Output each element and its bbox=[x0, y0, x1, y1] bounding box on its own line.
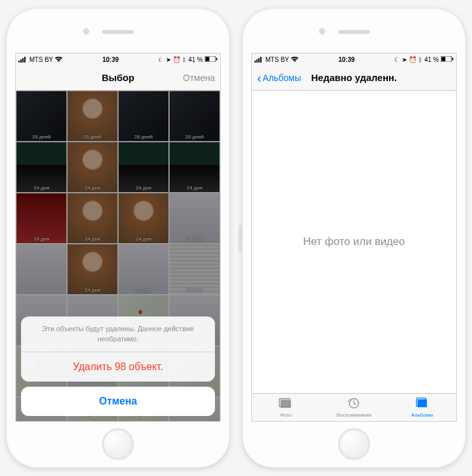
svg-rect-5 bbox=[205, 57, 209, 61]
bluetooth-icon: ᛒ bbox=[182, 56, 186, 63]
tab-memories[interactable]: Воспоминания bbox=[320, 394, 388, 421]
status-time: 10:39 bbox=[63, 56, 158, 63]
phone-right: MTS BY 10:39 ☾ ➤ ⏰ ᛒ 41 % ‹ Альбомы bbox=[242, 8, 466, 468]
memories-icon bbox=[347, 397, 361, 411]
location-icon: ➤ bbox=[402, 56, 407, 63]
tab-bar: Фото Воспоминания Альбомы bbox=[252, 393, 456, 421]
nav-bar: Выбор Отмена bbox=[16, 65, 220, 91]
tab-photos[interactable]: Фото bbox=[252, 394, 320, 421]
tab-albums[interactable]: Альбомы bbox=[388, 394, 456, 421]
svg-rect-2 bbox=[22, 58, 24, 63]
action-sheet-message: Эти объекты будут удалены. Данное действ… bbox=[21, 316, 215, 352]
svg-rect-10 bbox=[260, 57, 262, 63]
signal-icon bbox=[18, 57, 27, 63]
screen-left: MTS BY 10:39 ☾ ➤ ⏰ ᛒ 41 % Выбор Отмена bbox=[15, 53, 221, 422]
tab-label: Воспоминания bbox=[337, 412, 372, 418]
empty-state: Нет фото или видео bbox=[252, 91, 456, 393]
wifi-icon bbox=[55, 57, 63, 63]
back-label: Альбомы bbox=[263, 73, 301, 83]
battery-icon bbox=[441, 56, 454, 63]
status-bar: MTS BY 10:39 ☾ ➤ ⏰ ᛒ 41 % bbox=[16, 54, 220, 65]
location-icon: ➤ bbox=[166, 56, 171, 63]
phone-left: MTS BY 10:39 ☾ ➤ ⏰ ᛒ 41 % Выбор Отмена bbox=[6, 8, 230, 468]
svg-rect-13 bbox=[452, 57, 454, 60]
carrier-label: MTS BY bbox=[265, 56, 289, 63]
tab-label: Альбомы bbox=[411, 412, 432, 418]
status-time: 10:39 bbox=[299, 56, 394, 63]
photo-grid-area: 28 дней28 дней28 дней28 дней24 дня24 дня… bbox=[16, 91, 220, 421]
home-button[interactable] bbox=[102, 428, 134, 460]
svg-rect-6 bbox=[216, 57, 218, 60]
svg-rect-12 bbox=[441, 57, 445, 61]
alarm-icon: ⏰ bbox=[173, 56, 181, 63]
albums-icon bbox=[415, 397, 429, 411]
status-bar: MTS BY 10:39 ☾ ➤ ⏰ ᛒ 41 % bbox=[252, 54, 456, 65]
action-sheet: Эти объекты будут удалены. Данное действ… bbox=[21, 316, 215, 416]
alarm-icon: ⏰ bbox=[409, 56, 417, 63]
svg-rect-7 bbox=[254, 61, 256, 63]
photos-icon bbox=[279, 397, 293, 411]
svg-rect-3 bbox=[24, 57, 26, 63]
phone-camera bbox=[319, 28, 325, 34]
phone-speaker bbox=[102, 30, 134, 34]
action-sheet-group: Эти объекты будут удалены. Данное действ… bbox=[21, 316, 215, 382]
battery-percent: 41 % bbox=[424, 56, 439, 63]
svg-rect-8 bbox=[256, 59, 258, 63]
phone-camera bbox=[83, 28, 89, 34]
signal-icon bbox=[254, 57, 263, 63]
phone-speaker bbox=[338, 30, 370, 34]
bluetooth-icon: ᛒ bbox=[418, 56, 422, 63]
svg-rect-0 bbox=[18, 61, 20, 63]
tab-label: Фото bbox=[280, 412, 291, 418]
svg-rect-9 bbox=[258, 58, 260, 63]
back-button[interactable]: ‹ Альбомы bbox=[252, 71, 306, 84]
cancel-nav-button[interactable]: Отмена bbox=[178, 73, 220, 83]
screen-right: MTS BY 10:39 ☾ ➤ ⏰ ᛒ 41 % ‹ Альбомы bbox=[251, 53, 457, 422]
delete-button[interactable]: Удалить 98 объект. bbox=[21, 352, 215, 382]
moon-icon: ☾ bbox=[158, 56, 164, 63]
carrier-label: MTS BY bbox=[29, 56, 53, 63]
action-sheet-cancel-group: Отмена bbox=[21, 387, 215, 416]
home-button[interactable] bbox=[338, 428, 370, 460]
chevron-left-icon: ‹ bbox=[257, 71, 262, 84]
empty-label: Нет фото или видео bbox=[303, 235, 405, 248]
moon-icon: ☾ bbox=[394, 56, 400, 63]
battery-percent: 41 % bbox=[188, 56, 203, 63]
svg-rect-1 bbox=[20, 59, 22, 63]
cancel-button[interactable]: Отмена bbox=[21, 387, 215, 416]
nav-bar: ‹ Альбомы Недавно удаленн. bbox=[252, 65, 456, 91]
wifi-icon bbox=[291, 57, 299, 63]
battery-icon bbox=[205, 56, 218, 63]
